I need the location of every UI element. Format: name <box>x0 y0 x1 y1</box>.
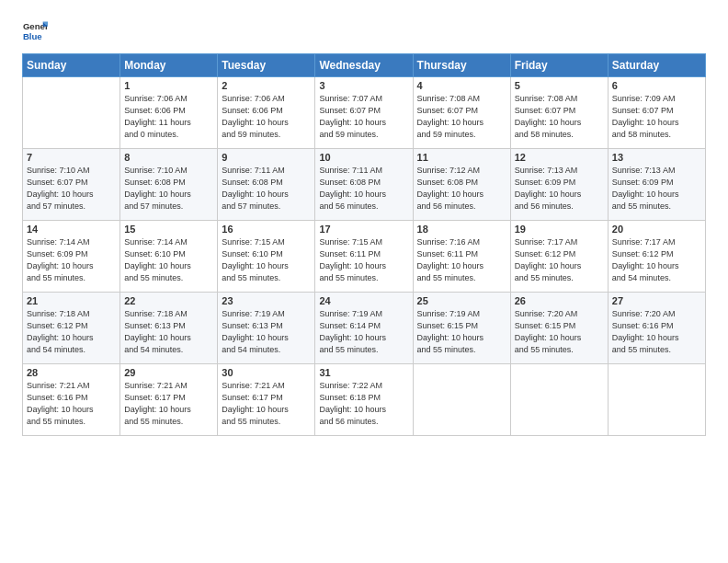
calendar-cell: 15Sunrise: 7:14 AM Sunset: 6:10 PM Dayli… <box>120 221 218 293</box>
calendar-cell: 26Sunrise: 7:20 AM Sunset: 6:15 PM Dayli… <box>510 293 608 364</box>
day-number: 19 <box>515 224 604 235</box>
day-info: Sunrise: 7:06 AM Sunset: 6:06 PM Dayligh… <box>124 93 213 141</box>
day-number: 3 <box>319 80 408 91</box>
day-number: 26 <box>515 295 604 306</box>
day-number: 7 <box>27 152 116 163</box>
day-info: Sunrise: 7:14 AM Sunset: 6:10 PM Dayligh… <box>124 236 213 284</box>
calendar-cell: 13Sunrise: 7:13 AM Sunset: 6:09 PM Dayli… <box>608 149 705 221</box>
day-number: 14 <box>27 224 116 235</box>
calendar-cell: 20Sunrise: 7:17 AM Sunset: 6:12 PM Dayli… <box>608 221 705 293</box>
day-number: 15 <box>124 224 213 235</box>
day-number: 17 <box>319 224 408 235</box>
day-number: 10 <box>319 152 408 163</box>
calendar-cell: 12Sunrise: 7:13 AM Sunset: 6:09 PM Dayli… <box>510 149 608 221</box>
calendar-cell: 18Sunrise: 7:16 AM Sunset: 6:11 PM Dayli… <box>413 221 510 293</box>
header-cell-friday: Friday <box>510 54 608 77</box>
week-row-5: 28Sunrise: 7:21 AM Sunset: 6:16 PM Dayli… <box>23 364 706 436</box>
day-info: Sunrise: 7:18 AM Sunset: 6:13 PM Dayligh… <box>124 308 213 356</box>
calendar-cell: 24Sunrise: 7:19 AM Sunset: 6:14 PM Dayli… <box>315 293 413 364</box>
calendar-cell: 11Sunrise: 7:12 AM Sunset: 6:08 PM Dayli… <box>413 149 510 221</box>
day-info: Sunrise: 7:15 AM Sunset: 6:10 PM Dayligh… <box>222 236 311 284</box>
day-number: 18 <box>417 224 506 235</box>
header-cell-saturday: Saturday <box>608 54 705 77</box>
calendar-cell: 31Sunrise: 7:22 AM Sunset: 6:18 PM Dayli… <box>315 364 413 436</box>
header-row: SundayMondayTuesdayWednesdayThursdayFrid… <box>23 54 706 77</box>
day-number: 8 <box>124 152 213 163</box>
logo-icon: General Blue <box>22 18 48 44</box>
day-info: Sunrise: 7:20 AM Sunset: 6:15 PM Dayligh… <box>515 308 604 356</box>
day-number: 13 <box>612 152 701 163</box>
calendar-cell: 3Sunrise: 7:07 AM Sunset: 6:07 PM Daylig… <box>315 77 413 149</box>
day-info: Sunrise: 7:07 AM Sunset: 6:07 PM Dayligh… <box>319 93 408 141</box>
day-info: Sunrise: 7:20 AM Sunset: 6:16 PM Dayligh… <box>612 308 701 356</box>
day-number: 20 <box>612 224 701 235</box>
header-cell-wednesday: Wednesday <box>315 54 413 77</box>
calendar-cell: 21Sunrise: 7:18 AM Sunset: 6:12 PM Dayli… <box>23 293 120 364</box>
day-info: Sunrise: 7:10 AM Sunset: 6:07 PM Dayligh… <box>27 165 116 213</box>
day-number: 25 <box>417 295 506 306</box>
day-info: Sunrise: 7:14 AM Sunset: 6:09 PM Dayligh… <box>27 236 116 284</box>
day-number: 1 <box>124 80 213 91</box>
logo: General Blue <box>22 18 51 44</box>
calendar-cell: 1Sunrise: 7:06 AM Sunset: 6:06 PM Daylig… <box>120 77 218 149</box>
day-number: 16 <box>222 224 311 235</box>
day-info: Sunrise: 7:18 AM Sunset: 6:12 PM Dayligh… <box>27 308 116 356</box>
day-info: Sunrise: 7:06 AM Sunset: 6:06 PM Dayligh… <box>222 93 311 141</box>
header-cell-sunday: Sunday <box>23 54 120 77</box>
day-number: 30 <box>222 367 311 378</box>
day-info: Sunrise: 7:10 AM Sunset: 6:08 PM Dayligh… <box>124 165 213 213</box>
calendar-cell <box>510 364 608 436</box>
day-info: Sunrise: 7:16 AM Sunset: 6:11 PM Dayligh… <box>417 236 506 284</box>
day-number: 9 <box>222 152 311 163</box>
day-info: Sunrise: 7:13 AM Sunset: 6:09 PM Dayligh… <box>612 165 701 213</box>
day-number: 31 <box>319 367 408 378</box>
calendar-cell <box>23 77 120 149</box>
day-info: Sunrise: 7:09 AM Sunset: 6:07 PM Dayligh… <box>612 93 701 141</box>
calendar-cell: 19Sunrise: 7:17 AM Sunset: 6:12 PM Dayli… <box>510 221 608 293</box>
day-number: 2 <box>222 80 311 91</box>
day-info: Sunrise: 7:11 AM Sunset: 6:08 PM Dayligh… <box>222 165 311 213</box>
calendar-cell: 25Sunrise: 7:19 AM Sunset: 6:15 PM Dayli… <box>413 293 510 364</box>
day-info: Sunrise: 7:19 AM Sunset: 6:15 PM Dayligh… <box>417 308 506 356</box>
calendar-cell: 22Sunrise: 7:18 AM Sunset: 6:13 PM Dayli… <box>120 293 218 364</box>
day-info: Sunrise: 7:22 AM Sunset: 6:18 PM Dayligh… <box>319 380 408 428</box>
day-number: 27 <box>612 295 701 306</box>
day-number: 23 <box>222 295 311 306</box>
week-row-3: 14Sunrise: 7:14 AM Sunset: 6:09 PM Dayli… <box>23 221 706 293</box>
day-number: 28 <box>27 367 116 378</box>
calendar-cell: 4Sunrise: 7:08 AM Sunset: 6:07 PM Daylig… <box>413 77 510 149</box>
day-info: Sunrise: 7:12 AM Sunset: 6:08 PM Dayligh… <box>417 165 506 213</box>
day-number: 6 <box>612 80 701 91</box>
day-info: Sunrise: 7:15 AM Sunset: 6:11 PM Dayligh… <box>319 236 408 284</box>
calendar-page: General Blue SundayMondayTuesdayWednesda… <box>0 0 728 563</box>
calendar-cell: 2Sunrise: 7:06 AM Sunset: 6:06 PM Daylig… <box>218 77 315 149</box>
calendar-cell: 8Sunrise: 7:10 AM Sunset: 6:08 PM Daylig… <box>120 149 218 221</box>
day-info: Sunrise: 7:11 AM Sunset: 6:08 PM Dayligh… <box>319 165 408 213</box>
calendar-cell: 7Sunrise: 7:10 AM Sunset: 6:07 PM Daylig… <box>23 149 120 221</box>
day-number: 11 <box>417 152 506 163</box>
day-info: Sunrise: 7:17 AM Sunset: 6:12 PM Dayligh… <box>612 236 701 284</box>
day-info: Sunrise: 7:08 AM Sunset: 6:07 PM Dayligh… <box>417 93 506 141</box>
calendar-cell: 28Sunrise: 7:21 AM Sunset: 6:16 PM Dayli… <box>23 364 120 436</box>
day-info: Sunrise: 7:13 AM Sunset: 6:09 PM Dayligh… <box>515 165 604 213</box>
svg-text:Blue: Blue <box>23 31 42 41</box>
day-number: 22 <box>124 295 213 306</box>
day-info: Sunrise: 7:19 AM Sunset: 6:14 PM Dayligh… <box>319 308 408 356</box>
calendar-cell <box>608 364 705 436</box>
calendar-cell: 5Sunrise: 7:08 AM Sunset: 6:07 PM Daylig… <box>510 77 608 149</box>
day-number: 4 <box>417 80 506 91</box>
week-row-2: 7Sunrise: 7:10 AM Sunset: 6:07 PM Daylig… <box>23 149 706 221</box>
day-info: Sunrise: 7:21 AM Sunset: 6:17 PM Dayligh… <box>222 380 311 428</box>
day-number: 21 <box>27 295 116 306</box>
calendar-cell: 17Sunrise: 7:15 AM Sunset: 6:11 PM Dayli… <box>315 221 413 293</box>
week-row-4: 21Sunrise: 7:18 AM Sunset: 6:12 PM Dayli… <box>23 293 706 364</box>
calendar-cell: 23Sunrise: 7:19 AM Sunset: 6:13 PM Dayli… <box>218 293 315 364</box>
day-info: Sunrise: 7:08 AM Sunset: 6:07 PM Dayligh… <box>515 93 604 141</box>
header-cell-tuesday: Tuesday <box>218 54 315 77</box>
header-cell-thursday: Thursday <box>413 54 510 77</box>
day-info: Sunrise: 7:19 AM Sunset: 6:13 PM Dayligh… <box>222 308 311 356</box>
calendar-cell: 9Sunrise: 7:11 AM Sunset: 6:08 PM Daylig… <box>218 149 315 221</box>
calendar-cell: 16Sunrise: 7:15 AM Sunset: 6:10 PM Dayli… <box>218 221 315 293</box>
day-info: Sunrise: 7:21 AM Sunset: 6:16 PM Dayligh… <box>27 380 116 428</box>
week-row-1: 1Sunrise: 7:06 AM Sunset: 6:06 PM Daylig… <box>23 77 706 149</box>
